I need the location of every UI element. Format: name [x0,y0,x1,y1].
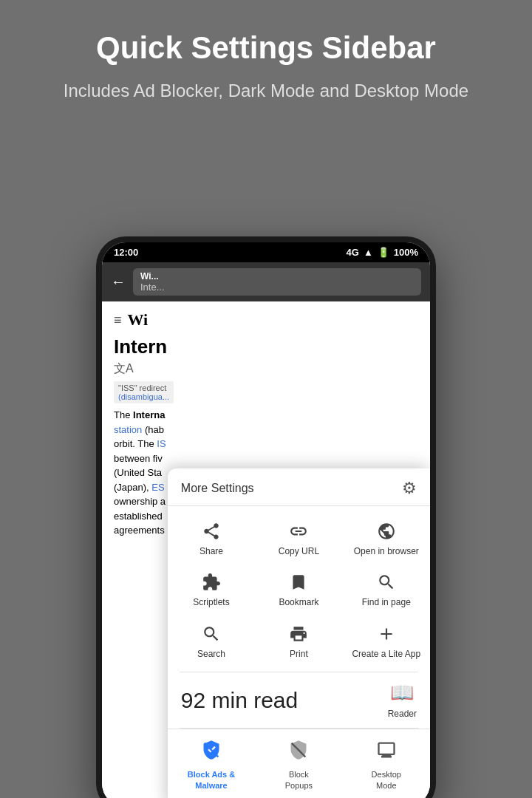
menu-header: More Settings ⚙ [168,468,430,506]
plus-icon [376,624,397,644]
link-icon [288,521,309,542]
desktop-mode-action[interactable]: DesktopMode [343,732,430,795]
status-icons: 4G ▲ 🔋 100% [347,247,418,258]
desktop-mode-icon [376,740,397,765]
menu-items-grid: Share Copy URL [168,506,430,672]
battery-level: 100% [394,247,418,258]
reader-menu-item[interactable]: 📖 Reader [388,681,417,719]
time-display: 12:00 [114,247,138,258]
phone-screen: 12:00 4G ▲ 🔋 100% ← Wi... Inte... [102,242,430,798]
create-lite-app-menu-item[interactable]: Create a Lite App [343,615,430,666]
search-menu-item[interactable]: Search [168,615,255,666]
print-label: Print [290,649,308,661]
back-button[interactable]: ← [111,273,126,290]
share-menu-item[interactable]: Share [168,512,255,564]
read-time-text: 92 min read [181,688,298,713]
phone-outer: 12:00 4G ▲ 🔋 100% ← Wi... Inte... [96,236,436,798]
reader-label: Reader [388,709,417,719]
block-popups-icon [288,740,309,765]
print-menu-item[interactable]: Print [255,615,342,666]
article-title: Intern [114,335,418,358]
signal-icon: ▲ [364,247,373,258]
page-title: Quick Settings Sidebar [30,30,502,66]
read-time-row: 92 min read 📖 Reader [168,672,430,728]
find-icon [376,572,397,593]
url-text: Inte... [140,282,414,293]
browser-toolbar: ← Wi... Inte... [102,262,430,301]
bookmark-icon [288,572,309,593]
bottom-actions: Block Ads &Malware BlockPopups [168,729,430,798]
translate-icon: 文A [114,361,418,377]
open-browser-menu-item[interactable]: Open in browser [343,512,430,564]
search-label: Search [197,649,225,661]
copy-url-menu-item[interactable]: Copy URL [255,512,342,564]
desktop-mode-label: DesktopMode [372,769,401,791]
block-ads-action[interactable]: Block Ads &Malware [168,732,255,795]
scriptlets-menu-item[interactable]: Scriptlets [168,563,255,615]
phone-mockup: 12:00 4G ▲ 🔋 100% ← Wi... Inte... [96,236,436,798]
share-icon [201,521,222,542]
create-lite-app-label: Create a Lite App [352,649,420,661]
reader-icon: 📖 [390,681,414,704]
quick-settings-menu: More Settings ⚙ Share [168,468,430,798]
find-in-page-label: Find in page [362,597,411,609]
page-background: Quick Settings Sidebar Includes Ad Block… [0,0,532,798]
block-popups-action[interactable]: BlockPopups [255,732,342,795]
page-title-bar: Wi... [140,271,414,282]
redirect-notice: "ISS" redirect(disambigua... [114,381,174,403]
page-subtitle: Includes Ad Blocker, Dark Mode and Deskt… [30,78,502,103]
find-in-page-menu-item[interactable]: Find in page [343,563,430,615]
url-bar[interactable]: Wi... Inte... [133,268,421,296]
share-label: Share [200,546,223,558]
settings-gear-icon[interactable]: ⚙ [402,479,417,498]
block-ads-icon [201,740,222,765]
menu-title: More Settings [181,482,254,495]
bookmark-menu-item[interactable]: Bookmark [255,563,342,615]
status-bar: 12:00 4G ▲ 🔋 100% [102,242,430,262]
print-icon [288,624,309,644]
header-section: Quick Settings Sidebar Includes Ad Block… [0,0,532,118]
globe-icon [376,521,397,542]
wiki-logo-text: Wi [128,310,149,330]
block-ads-label: Block Ads &Malware [188,769,235,791]
puzzle-icon [201,572,222,593]
bookmark-label: Bookmark [279,597,318,609]
block-popups-label: BlockPopups [285,769,313,791]
hamburger-icon: ≡ [114,313,122,328]
open-browser-label: Open in browser [354,546,419,558]
battery-icon: 🔋 [378,247,389,258]
scriptlets-label: Scriptlets [193,597,229,609]
search-icon [201,624,222,644]
network-indicator: 4G [347,247,359,258]
copy-url-label: Copy URL [279,546,319,558]
